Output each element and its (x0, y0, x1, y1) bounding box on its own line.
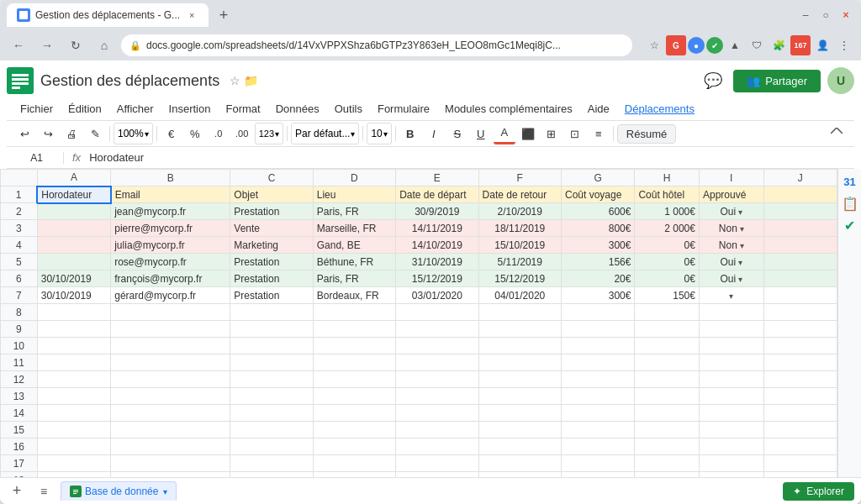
cell-b14[interactable] (111, 405, 230, 422)
share-button[interactable]: 👥 Partager (733, 70, 821, 92)
cell-b7[interactable]: gérard@mycorp.fr (111, 287, 230, 304)
spreadsheet-grid[interactable]: A B C D E F G H I J (0, 169, 837, 477)
cell-i14[interactable] (699, 405, 763, 422)
cell-d14[interactable] (313, 405, 395, 422)
cell-a6[interactable]: 30/10/2019 (37, 270, 110, 287)
cell-h1[interactable]: Coût hôtel (635, 186, 700, 203)
comment-icon[interactable]: 💬 (700, 67, 726, 94)
cell-b15[interactable] (111, 422, 230, 438)
cell-j17[interactable] (763, 455, 837, 472)
cell-a11[interactable] (37, 354, 110, 371)
cell-h3[interactable]: 2 000€ (635, 220, 700, 237)
cell-d5[interactable]: Béthune, FR (313, 254, 395, 270)
col-header-j[interactable]: J (763, 170, 837, 186)
currency-button[interactable]: € (161, 123, 182, 144)
cell-g12[interactable] (561, 371, 634, 388)
cell-j8[interactable] (763, 304, 837, 321)
cell-f3[interactable]: 18/11/2019 (478, 220, 561, 237)
resume-button[interactable]: Résumé (617, 124, 676, 144)
cell-h6[interactable]: 0€ (635, 270, 700, 287)
col-header-f[interactable]: F (478, 170, 561, 186)
circle-icon-1[interactable]: ● (688, 37, 705, 54)
cell-a16[interactable] (37, 438, 110, 455)
cell-i11[interactable] (699, 354, 763, 371)
percent-button[interactable]: % (184, 123, 206, 144)
cell-d3[interactable]: Marseille, FR (313, 220, 395, 237)
format-dropdown[interactable]: 123 ▾ (255, 123, 283, 144)
menu-formulaire[interactable]: Formulaire (371, 99, 436, 118)
cell-e4[interactable]: 14/10/2019 (396, 237, 478, 254)
menu-outils[interactable]: Outils (328, 99, 369, 118)
col-header-c[interactable]: C (230, 170, 313, 186)
cell-h11[interactable] (635, 354, 700, 371)
cell-i5[interactable]: Oui ▾ (699, 254, 763, 270)
cell-d13[interactable] (313, 388, 395, 405)
cell-j9[interactable] (763, 321, 837, 338)
cell-h7[interactable]: 150€ (635, 287, 700, 304)
cell-j7[interactable] (763, 287, 837, 304)
side-task-icon[interactable]: 📋 (841, 194, 859, 213)
cell-reference[interactable]: A1 (13, 152, 64, 164)
cell-e9[interactable] (396, 321, 478, 338)
back-button[interactable]: ← (7, 34, 30, 57)
user-avatar[interactable]: U (827, 67, 854, 94)
decimal00-button[interactable]: .00 (231, 123, 253, 144)
cell-f1[interactable]: Date de retour (478, 186, 561, 203)
cell-j12[interactable] (763, 371, 837, 388)
row-num-6[interactable]: 6 (1, 270, 38, 287)
cell-a17[interactable] (37, 455, 110, 472)
menu-aide[interactable]: Aide (581, 99, 616, 118)
cell-e11[interactable] (396, 354, 478, 371)
extension-icon[interactable]: G (666, 35, 686, 55)
cell-b10[interactable] (111, 338, 230, 354)
cell-a4[interactable] (37, 237, 110, 254)
redo-button[interactable]: ↪ (37, 123, 59, 144)
cell-d4[interactable]: Gand, BE (313, 237, 395, 254)
strikethrough-button[interactable]: S (446, 123, 468, 144)
cell-c16[interactable] (230, 438, 313, 455)
cell-d15[interactable] (313, 422, 395, 438)
cell-d12[interactable] (313, 371, 395, 388)
cell-f7[interactable]: 04/01/2020 (478, 287, 561, 304)
cell-j6[interactable] (763, 270, 837, 287)
cell-a14[interactable] (37, 405, 110, 422)
shield-icon[interactable]: 🛡 (747, 35, 767, 55)
cell-e8[interactable] (396, 304, 478, 321)
cell-b6[interactable]: françois@mycorp.fr (111, 270, 230, 287)
cell-g15[interactable] (561, 422, 634, 438)
folder-icon[interactable]: 📁 (244, 74, 258, 87)
cell-d11[interactable] (313, 354, 395, 371)
cell-j13[interactable] (763, 388, 837, 405)
cell-h5[interactable]: 0€ (635, 254, 700, 270)
paint-format-button[interactable]: ✎ (84, 123, 106, 144)
cell-b5[interactable]: rose@mycorp.fr (111, 254, 230, 270)
cell-a10[interactable] (37, 338, 110, 354)
cell-e3[interactable]: 14/11/2019 (396, 220, 478, 237)
row-num-15[interactable]: 15 (1, 422, 38, 438)
cell-g2[interactable]: 600€ (561, 203, 634, 220)
row-num-2[interactable]: 2 (1, 203, 38, 220)
align-button[interactable]: ≡ (588, 123, 610, 144)
cell-f15[interactable] (478, 422, 561, 438)
cell-c3[interactable]: Vente (230, 220, 313, 237)
cell-j15[interactable] (763, 422, 837, 438)
cell-b9[interactable] (111, 321, 230, 338)
badge-icon[interactable]: 167 (790, 35, 811, 55)
decimal0-button[interactable]: .0 (208, 123, 230, 144)
browser-tab-active[interactable]: Gestion des déplacements - G... × (7, 3, 209, 27)
borders-button[interactable]: ⊞ (541, 123, 563, 144)
cell-f6[interactable]: 15/12/2019 (478, 270, 561, 287)
address-bar[interactable]: 🔒 docs.google.com/spreadsheets/d/14VxVPP… (121, 34, 632, 56)
cell-i12[interactable] (699, 371, 763, 388)
cell-d16[interactable] (313, 438, 395, 455)
cell-j1[interactable] (763, 186, 837, 203)
cell-c14[interactable] (230, 405, 313, 422)
col-header-i[interactable]: I (699, 170, 763, 186)
cell-b16[interactable] (111, 438, 230, 455)
row-num-13[interactable]: 13 (1, 388, 38, 405)
col-header-h[interactable]: H (635, 170, 700, 186)
cell-i16[interactable] (699, 438, 763, 455)
side-calendar-icon[interactable]: 31 (841, 172, 859, 191)
merge-button[interactable]: ⊡ (564, 123, 586, 144)
cell-d17[interactable] (313, 455, 395, 472)
